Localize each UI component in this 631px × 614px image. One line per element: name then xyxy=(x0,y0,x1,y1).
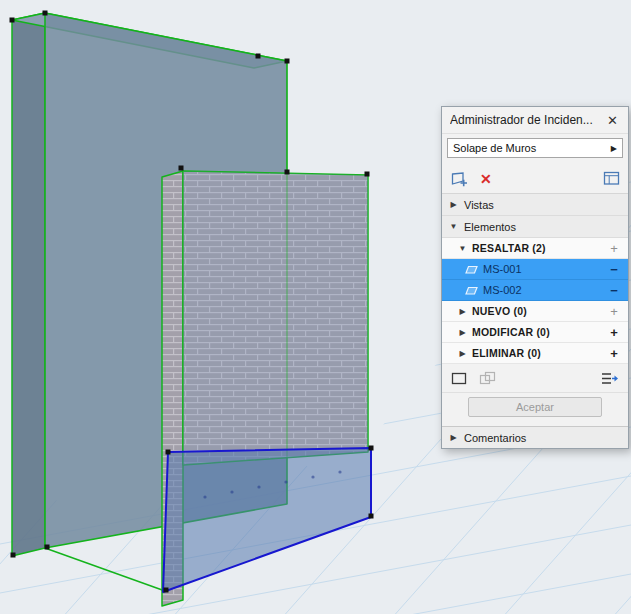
element-item-ms001[interactable]: MS-001 − xyxy=(442,259,628,280)
new-issue-icon xyxy=(450,171,468,187)
section-vistas[interactable]: ▶ Vistas xyxy=(442,194,628,216)
section-nuevo[interactable]: ▶ NUEVO (0) + xyxy=(442,301,628,322)
section-eliminar[interactable]: ▶ ELIMINAR (0) + xyxy=(442,343,628,364)
element-checklist-icon xyxy=(600,371,619,386)
add-modificar-button[interactable]: + xyxy=(607,326,621,339)
chevron-right-icon: ▶ xyxy=(449,433,458,442)
app: Administrador de Inciden... ✕ Solape de … xyxy=(0,0,631,614)
issue-toolbar: ✕ xyxy=(442,164,628,194)
issue-manager-panel: Administrador de Inciden... ✕ Solape de … xyxy=(441,106,629,449)
section-elementos[interactable]: ▼ Elementos xyxy=(442,216,628,238)
chevron-down-icon: ▼ xyxy=(449,222,458,231)
store-elements-icon xyxy=(479,371,496,385)
close-icon[interactable]: ✕ xyxy=(605,114,620,127)
add-eliminar-button[interactable]: + xyxy=(607,347,621,360)
chevron-right-icon: ▶ xyxy=(458,349,467,358)
add-resaltar-button[interactable]: + xyxy=(607,242,621,255)
add-nuevo-button[interactable]: + xyxy=(607,305,621,318)
chevron-right-icon: ▶ xyxy=(458,307,467,316)
selection-toolbar xyxy=(442,364,628,393)
new-issue-button[interactable] xyxy=(450,171,468,187)
wall-icon xyxy=(465,286,478,295)
marquee-icon xyxy=(451,372,467,385)
issue-details-icon xyxy=(603,171,620,186)
element-checklist-button[interactable] xyxy=(600,371,619,386)
wall-icon xyxy=(465,265,478,274)
issue-selector-arrow-icon: ▶ xyxy=(606,144,617,153)
panel-title: Administrador de Inciden... xyxy=(450,113,605,127)
marquee-select-button[interactable] xyxy=(451,372,467,385)
chevron-down-icon: ▼ xyxy=(458,244,467,253)
delete-issue-button[interactable]: ✕ xyxy=(480,172,492,186)
remove-item-button[interactable]: − xyxy=(607,284,621,297)
store-elements-button[interactable] xyxy=(479,371,496,385)
remove-item-button[interactable]: − xyxy=(607,263,621,276)
section-resaltar[interactable]: ▼ RESALTAR (2) + xyxy=(442,238,628,259)
element-item-ms002[interactable]: MS-002 − xyxy=(442,280,628,301)
accept-button[interactable]: Aceptar xyxy=(468,397,602,417)
issue-selector-value: Solape de Muros xyxy=(453,142,606,154)
chevron-right-icon: ▶ xyxy=(458,328,467,337)
chevron-right-icon: ▶ xyxy=(449,200,458,209)
section-comentarios[interactable]: ▶ Comentarios xyxy=(442,426,628,448)
issue-details-button[interactable] xyxy=(603,171,620,186)
section-modificar[interactable]: ▶ MODIFICAR (0) + xyxy=(442,322,628,343)
issue-selector[interactable]: Solape de Muros ▶ xyxy=(447,138,623,158)
panel-titlebar[interactable]: Administrador de Inciden... ✕ xyxy=(442,107,628,134)
